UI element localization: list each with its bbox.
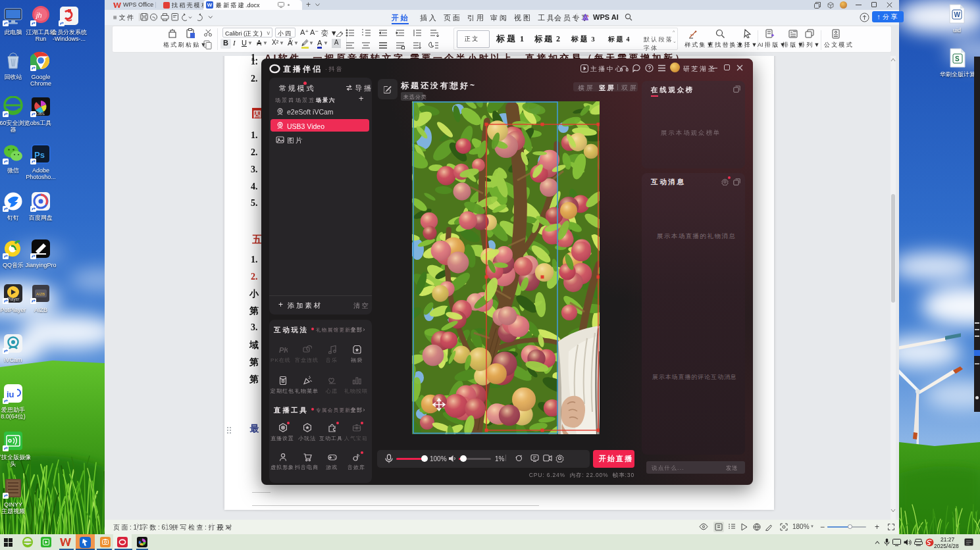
svg-text:Player: Player <box>7 297 20 302</box>
svg-text:OBS: OBS <box>36 112 45 116</box>
svg-text:W: W <box>954 11 961 18</box>
svg-text:PK: PK <box>279 346 288 354</box>
svg-text:jh: jh <box>35 11 42 19</box>
svg-text:S: S <box>955 55 960 63</box>
svg-text:AIZB: AIZB <box>36 292 45 296</box>
